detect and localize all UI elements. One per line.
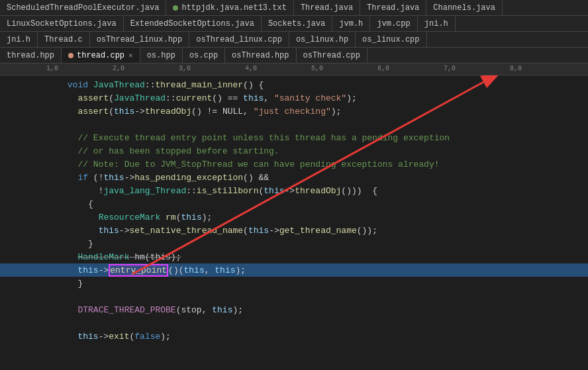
tab-Thread-java-1[interactable]: Thread.java xyxy=(294,0,360,16)
tab-label: thread.hpp xyxy=(7,51,54,60)
tab-label: jvm.cpp xyxy=(377,19,410,28)
ruler-tick-2: 2,0 xyxy=(113,65,124,72)
tab-jni-h-1[interactable]: jni.h xyxy=(418,16,456,32)
tab-row-1: ScheduledThreadPoolExecutor.java httpjdk… xyxy=(0,0,588,16)
tab-label: jvm.h xyxy=(339,19,363,28)
tab-jni-h-2[interactable]: jni.h xyxy=(0,32,38,48)
code-line-18: DTRACE_THREAD_PROBE(stop, this); xyxy=(0,303,588,316)
tab-label: os_linux.hp xyxy=(296,35,348,44)
tab-osThread-hpp[interactable]: osThread.hpp xyxy=(225,48,296,64)
tab-ScheduledThreadPoolExecutor[interactable]: ScheduledThreadPoolExecutor.java xyxy=(0,0,166,16)
tab-label: os_linux.cpp xyxy=(362,35,419,44)
tab-os-hpp[interactable]: os.hpp xyxy=(140,48,183,64)
code-content: this->exit(false); xyxy=(36,322,171,351)
tab-thread-hpp[interactable]: thread.hpp xyxy=(0,48,62,64)
tab-os-linux-cpp[interactable]: os_linux.cpp xyxy=(356,32,426,48)
tab-label: Thread.java xyxy=(301,3,353,13)
ruler: 1,0 2,0 3,0 4,0 5,0 6,0 7,0 8,0 xyxy=(0,64,588,75)
code-line-15: this->entry_point()(this, this); xyxy=(0,263,588,277)
close-icon[interactable]: ✕ xyxy=(128,51,133,60)
ruler-tick-5: 5,0 xyxy=(311,65,323,72)
ruler-tick-1: 1,0 xyxy=(46,65,58,72)
tab-row-3: jni.h Thread.c osThread_linux.hpp osThre… xyxy=(0,32,588,48)
tab-label: LinuxSocketOptions.java xyxy=(7,19,117,28)
tab-Sockets-java[interactable]: Sockets.java xyxy=(262,16,332,32)
tab-thread-cpp[interactable]: thread.cpp ✕ xyxy=(62,48,140,64)
tab-Channels-java[interactable]: Channels.java xyxy=(426,0,503,16)
tab-label: Thread.c xyxy=(44,35,83,44)
tab-label: os.hpp xyxy=(147,51,175,60)
tab-Thread-java-2[interactable]: Thread.java xyxy=(360,0,426,16)
tab-Thread-c[interactable]: Thread.c xyxy=(38,32,90,48)
tab-dot-orange xyxy=(68,53,74,58)
selection-box: entry_point xyxy=(109,264,168,277)
tab-label: os.cpp xyxy=(189,51,218,60)
code-line-3: assert(this->threadObj() != NULL, "just … xyxy=(0,105,588,118)
tab-label: Thread.java xyxy=(367,3,419,13)
tab-label: osThread.cpp xyxy=(303,51,360,60)
tab-os-linux-hp[interactable]: os_linux.hp xyxy=(289,32,356,48)
tab-label: osThread_linux.hpp xyxy=(97,35,183,44)
code-line-16: } xyxy=(0,277,588,290)
tab-label: osThread_linux.cpp xyxy=(196,35,282,44)
ruler-tick-8: 8,0 xyxy=(510,65,522,72)
ruler-tick-4: 4,0 xyxy=(245,65,257,72)
tab-label: ScheduledThreadPoolExecutor.java xyxy=(7,3,159,13)
tab-jvm-h[interactable]: jvm.h xyxy=(332,16,370,32)
tab-label: thread.cpp xyxy=(77,51,124,60)
tab-row-4: thread.hpp thread.cpp ✕ os.hpp os.cpp os… xyxy=(0,48,588,64)
code-editor[interactable]: void JavaThread::thread_main_inner() { a… xyxy=(0,75,588,370)
code-line-20: this->exit(false); xyxy=(0,330,588,343)
ruler-tick-6: 6,0 xyxy=(377,65,389,72)
tab-label: Channels.java xyxy=(433,3,495,13)
tab-os-cpp[interactable]: os.cpp xyxy=(183,48,225,64)
ruler-tick-7: 7,0 xyxy=(444,65,456,72)
tab-LinuxSocketOptions[interactable]: LinuxSocketOptions.java xyxy=(0,16,124,32)
tab-ExtendedSocketOptions[interactable]: ExtendedSocketOptions.java xyxy=(124,16,262,32)
tab-httpjdk[interactable]: httpjdk.java.net13.txt xyxy=(166,0,293,16)
tab-label: ExtendedSocketOptions.java xyxy=(130,19,254,28)
tab-dot-green xyxy=(173,5,178,11)
ruler-tick-3: 3,0 xyxy=(179,65,191,72)
tab-label: Sockets.java xyxy=(268,19,325,28)
tab-label: osThread.hpp xyxy=(232,51,289,60)
tab-osThread-linux-cpp[interactable]: osThread_linux.cpp xyxy=(189,32,289,48)
tab-label: jni.h xyxy=(7,35,30,44)
tab-osThread-linux-hpp[interactable]: osThread_linux.hpp xyxy=(90,32,190,48)
tab-row-2: LinuxSocketOptions.java ExtendedSocketOp… xyxy=(0,16,588,32)
tab-label: httpjdk.java.net13.txt xyxy=(181,3,286,13)
tab-label: jni.h xyxy=(424,19,448,28)
tab-osThread-cpp[interactable]: osThread.cpp xyxy=(297,48,368,64)
tab-jvm-cpp[interactable]: jvm.cpp xyxy=(370,16,417,32)
